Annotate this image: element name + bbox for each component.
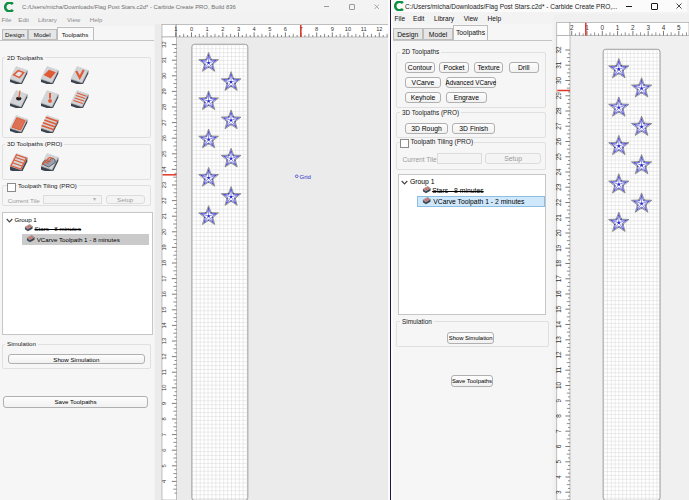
svg-text:11: 11 bbox=[161, 369, 167, 375]
svg-text:27: 27 bbox=[161, 119, 167, 125]
svg-text:9: 9 bbox=[161, 402, 167, 405]
svg-text:23: 23 bbox=[161, 182, 167, 188]
svg-text:31: 31 bbox=[161, 57, 167, 63]
svg-text:4: 4 bbox=[253, 26, 256, 32]
svg-text:14: 14 bbox=[555, 321, 562, 329]
svg-text:18: 18 bbox=[161, 260, 167, 266]
svg-text:32: 32 bbox=[161, 41, 167, 47]
svg-text:30: 30 bbox=[161, 73, 167, 79]
svg-text:22: 22 bbox=[161, 197, 167, 203]
svg-text:10: 10 bbox=[555, 382, 562, 390]
svg-text:8: 8 bbox=[555, 414, 562, 418]
svg-text:17: 17 bbox=[161, 275, 167, 281]
svg-text:16: 16 bbox=[555, 290, 562, 298]
svg-text:7: 7 bbox=[555, 429, 562, 433]
svg-text:22: 22 bbox=[555, 199, 562, 207]
svg-text:2: 2 bbox=[631, 24, 635, 31]
svg-text:27: 27 bbox=[555, 122, 562, 130]
svg-text:0: 0 bbox=[601, 24, 605, 31]
svg-text:11: 11 bbox=[555, 366, 562, 373]
svg-text:32: 32 bbox=[555, 46, 562, 54]
svg-text:18: 18 bbox=[555, 260, 562, 268]
svg-text:21: 21 bbox=[555, 214, 562, 222]
svg-text:3: 3 bbox=[555, 490, 562, 494]
svg-text:15: 15 bbox=[555, 305, 562, 313]
svg-text:2: 2 bbox=[570, 24, 574, 31]
svg-text:31: 31 bbox=[555, 61, 562, 69]
svg-text:20: 20 bbox=[161, 229, 167, 235]
svg-text:0: 0 bbox=[190, 26, 193, 32]
svg-text:29: 29 bbox=[555, 92, 562, 100]
svg-text:13: 13 bbox=[555, 336, 562, 344]
svg-text:25: 25 bbox=[161, 151, 167, 157]
svg-text:19: 19 bbox=[555, 244, 562, 252]
svg-text:10: 10 bbox=[345, 26, 351, 32]
svg-text:6: 6 bbox=[284, 26, 287, 32]
svg-text:8: 8 bbox=[161, 417, 167, 420]
svg-text:24: 24 bbox=[161, 166, 167, 172]
svg-text:24: 24 bbox=[555, 168, 562, 176]
svg-text:26: 26 bbox=[555, 138, 562, 146]
svg-text:3: 3 bbox=[646, 24, 650, 31]
svg-text:25: 25 bbox=[555, 153, 562, 161]
svg-text:23: 23 bbox=[555, 183, 562, 191]
svg-text:29: 29 bbox=[161, 88, 167, 94]
svg-text:21: 21 bbox=[161, 213, 167, 219]
svg-text:1: 1 bbox=[206, 26, 209, 32]
svg-text:12: 12 bbox=[161, 353, 167, 359]
svg-text:30: 30 bbox=[555, 77, 562, 85]
svg-text:9: 9 bbox=[555, 399, 562, 403]
svg-text:28: 28 bbox=[161, 104, 167, 110]
svg-text:2: 2 bbox=[221, 26, 224, 32]
svg-text:20: 20 bbox=[555, 229, 562, 237]
svg-text:11: 11 bbox=[361, 26, 367, 32]
svg-text:5: 5 bbox=[161, 464, 167, 467]
svg-text:1: 1 bbox=[616, 24, 620, 31]
svg-text:19: 19 bbox=[161, 244, 167, 250]
svg-text:12: 12 bbox=[555, 351, 562, 359]
svg-text:4: 4 bbox=[555, 475, 562, 479]
svg-text:26: 26 bbox=[161, 135, 167, 141]
svg-text:1: 1 bbox=[174, 26, 177, 32]
svg-text:9: 9 bbox=[331, 26, 334, 32]
svg-text:5: 5 bbox=[555, 460, 562, 464]
svg-text:10: 10 bbox=[161, 385, 167, 391]
svg-text:12: 12 bbox=[376, 26, 382, 32]
svg-text:17: 17 bbox=[555, 275, 562, 283]
svg-text:5: 5 bbox=[677, 24, 681, 31]
svg-text:4: 4 bbox=[662, 24, 666, 31]
svg-text:13: 13 bbox=[161, 338, 167, 344]
svg-text:16: 16 bbox=[161, 291, 167, 297]
svg-text:6: 6 bbox=[555, 444, 562, 448]
svg-text:28: 28 bbox=[555, 107, 562, 115]
svg-text:15: 15 bbox=[161, 307, 167, 313]
svg-text:Grid: Grid bbox=[300, 174, 311, 180]
svg-text:4: 4 bbox=[161, 480, 167, 483]
svg-text:3: 3 bbox=[237, 26, 240, 32]
svg-text:7: 7 bbox=[161, 433, 167, 436]
svg-text:14: 14 bbox=[161, 322, 167, 328]
svg-text:6: 6 bbox=[161, 449, 167, 452]
svg-text:5: 5 bbox=[268, 26, 271, 32]
svg-text:8: 8 bbox=[315, 26, 318, 32]
